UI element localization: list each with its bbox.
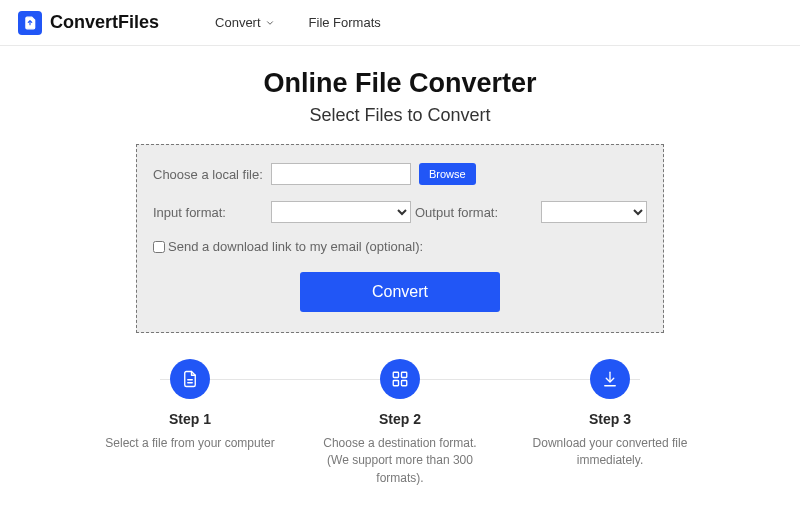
converter-panel: Choose a local file: Browse Input format…	[136, 144, 664, 333]
row-formats: Input format: Output format:	[153, 201, 647, 223]
step-1-text: Select a file from your computer	[105, 435, 274, 452]
step-1-title: Step 1	[169, 411, 211, 427]
page-subtitle: Select Files to Convert	[0, 105, 800, 126]
step-2-title: Step 2	[379, 411, 421, 427]
step-3-title: Step 3	[589, 411, 631, 427]
local-file-label: Choose a local file:	[153, 167, 271, 182]
logo-icon	[18, 11, 42, 35]
nav-convert-label: Convert	[215, 15, 261, 30]
svg-rect-2	[393, 372, 398, 377]
page-title: Online File Converter	[0, 68, 800, 99]
row-local-file: Choose a local file: Browse	[153, 163, 647, 185]
local-file-input[interactable]	[271, 163, 411, 185]
svg-rect-4	[393, 381, 398, 386]
nav-formats-label: File Formats	[309, 15, 381, 30]
file-icon	[170, 359, 210, 399]
email-checkbox[interactable]	[153, 241, 165, 253]
brand-logo[interactable]: ConvertFiles	[18, 11, 159, 35]
email-label: Send a download link to my email (option…	[168, 239, 423, 254]
output-format-label: Output format:	[415, 205, 498, 220]
download-icon	[590, 359, 630, 399]
chevron-down-icon	[265, 18, 275, 28]
step-3: Step 3 Download your converted file imme…	[520, 359, 700, 487]
browse-button[interactable]: Browse	[419, 163, 476, 185]
grid-icon	[380, 359, 420, 399]
nav-file-formats[interactable]: File Formats	[309, 15, 381, 30]
step-3-text: Download your converted file immediately…	[525, 435, 695, 470]
input-format-label: Input format:	[153, 205, 271, 220]
input-format-select[interactable]	[271, 201, 411, 223]
app-header: ConvertFiles Convert File Formats	[0, 0, 800, 46]
brand-name: ConvertFiles	[50, 12, 159, 33]
main-nav: Convert File Formats	[215, 15, 381, 30]
convert-wrap: Convert	[153, 272, 647, 312]
output-format-select[interactable]	[541, 201, 647, 223]
steps-section: Step 1 Select a file from your computer …	[100, 359, 700, 487]
step-2: Step 2 Choose a destination format. (We …	[310, 359, 490, 487]
convert-button[interactable]: Convert	[300, 272, 500, 312]
row-email: Send a download link to my email (option…	[153, 239, 647, 254]
svg-rect-3	[402, 372, 407, 377]
svg-rect-5	[402, 381, 407, 386]
step-2-text: Choose a destination format. (We support…	[315, 435, 485, 487]
step-1: Step 1 Select a file from your computer	[100, 359, 280, 487]
nav-convert[interactable]: Convert	[215, 15, 275, 30]
